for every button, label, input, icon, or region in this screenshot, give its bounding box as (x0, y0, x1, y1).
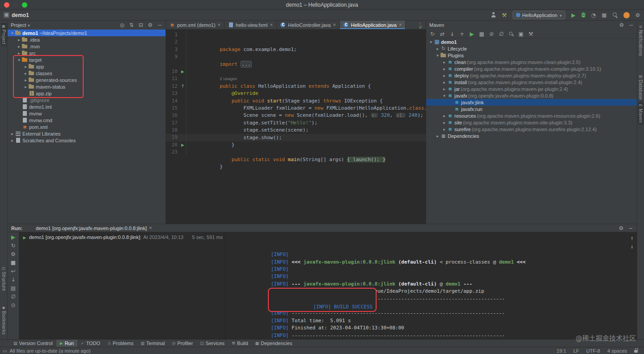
maven-tree-item[interactable]: javafx (org.openjfx:javafx-maven-plugin:… (426, 92, 637, 99)
run-node[interactable]: demo1 [org.openjfx:javafx-maven-plugin:0… (22, 235, 223, 240)
expand-all-icon[interactable]: ▣ (518, 31, 524, 37)
run-tab[interactable]: demo1 [org.openjfx:javafx-maven-plugin:0… (27, 225, 152, 231)
clear-console-icon[interactable]: ∅ (11, 294, 16, 299)
indent-widget[interactable]: 4 spaces (607, 348, 627, 354)
download-sources-icon[interactable]: ↓ (449, 31, 455, 37)
gutter-cell[interactable] (179, 119, 186, 127)
maven-tree-item[interactable]: jar (org.apache.maven.plugins:maven-jar-… (426, 85, 637, 92)
settings-gear-icon[interactable]: ⚙ (619, 22, 624, 28)
user-account-icon[interactable] (491, 12, 496, 18)
code-line[interactable]: 12 public void start(Stage stage) throws… (166, 83, 426, 90)
settings-gear-icon[interactable]: ⚙ (619, 226, 624, 231)
editor-tab[interactable]: hello-view.fxml (225, 21, 277, 29)
avatar[interactable] (623, 12, 630, 18)
stop-button-icon[interactable] (602, 13, 607, 18)
code-editor[interactable]: 1 package com.example.demo1; 2 3 (166, 30, 426, 224)
project-tree-item[interactable]: .idea (8, 36, 165, 43)
profiler-button-icon[interactable] (591, 13, 596, 18)
settings-gear-icon[interactable]: ⚙ (148, 22, 153, 28)
search-maven-icon[interactable] (508, 31, 514, 37)
maven-tree-item[interactable]: javafx:run (426, 106, 637, 112)
toolwindow-button[interactable]: ◷ Profiler (169, 340, 197, 347)
toolwindow-button[interactable]: ▶ Run (56, 340, 77, 347)
locate-file-icon[interactable]: ◎ (119, 22, 125, 28)
collapse-all-icon[interactable]: ⊟ (138, 22, 144, 28)
tree-expand-icon[interactable] (428, 40, 433, 44)
toolwindow-button[interactable]: ◫ Services (196, 340, 228, 347)
ide-settings-icon[interactable] (635, 13, 640, 18)
gutter-cell[interactable] (179, 127, 186, 134)
tree-expand-icon[interactable] (442, 114, 447, 118)
search-icon[interactable] (612, 12, 618, 18)
project-tree-item[interactable]: target (8, 56, 165, 63)
hide-panel-icon[interactable]: − (628, 22, 634, 28)
tree-expand-icon[interactable] (10, 138, 15, 143)
toolwindow-stripe-button[interactable]: ◫ Structure (1, 265, 7, 293)
gutter-cell[interactable] (179, 38, 186, 46)
tree-expand-icon[interactable] (23, 64, 28, 69)
editor-tab[interactable]: HelloController.java (277, 21, 340, 29)
project-tree-item[interactable]: generated-sources (8, 77, 165, 83)
tab-close-icon[interactable] (399, 22, 402, 27)
maven-tree-item[interactable]: Lifecycle (426, 45, 637, 52)
project-tree-item[interactable]: Scratches and Consoles (8, 137, 165, 144)
tree-expand-icon[interactable] (442, 67, 447, 71)
lock-icon[interactable] (634, 350, 638, 353)
code-line[interactable]: 23 } (166, 149, 426, 156)
gutter-cell[interactable] (179, 112, 186, 119)
tree-expand-icon[interactable] (10, 31, 15, 35)
tree-expand-icon[interactable] (442, 60, 447, 64)
tab-close-icon[interactable] (149, 226, 152, 230)
maven-tree-item[interactable]: compiler (org.apache.maven.plugins:maven… (426, 65, 637, 72)
editor-tab[interactable]: HelloApplication.java (340, 21, 406, 29)
tree-expand-icon[interactable] (442, 94, 447, 98)
rerun-failed-icon[interactable]: ↻ (11, 243, 16, 248)
run-maven-build-icon[interactable]: ▶ (469, 31, 475, 37)
project-tree-item[interactable]: External Libraries (8, 130, 165, 137)
tab-close-icon[interactable] (270, 22, 273, 27)
build-hammer-icon[interactable] (502, 13, 507, 18)
tree-expand-icon[interactable] (17, 38, 21, 42)
project-chip[interactable]: demo1 (4, 12, 29, 18)
toolwindow-button[interactable]: ▥ Terminal (137, 340, 169, 347)
gutter-cell[interactable] (179, 149, 186, 156)
gutter-cell[interactable] (179, 75, 186, 82)
rerun-icon[interactable]: ▶ (11, 235, 16, 240)
tree-expand-icon[interactable] (435, 47, 440, 51)
gutter-cell[interactable] (179, 61, 186, 68)
project-tree-item[interactable]: pom.xml (8, 124, 165, 130)
project-tree-item[interactable]: .mvn (8, 43, 165, 50)
scroll-to-bottom-icon[interactable]: ↓ (629, 245, 635, 249)
project-tree-item[interactable]: mvnw.cmd (8, 117, 165, 124)
hide-panel-icon[interactable]: − (157, 22, 162, 28)
generate-sources-icon[interactable]: ⇄ (440, 31, 445, 37)
code-line[interactable]: 19 (166, 134, 426, 141)
gutter-cell[interactable] (179, 134, 186, 141)
gutter-cell[interactable] (179, 46, 186, 53)
screen-icon[interactable] (3, 348, 7, 354)
code-line[interactable]: 10 public class HelloApplication extends… (166, 68, 426, 75)
tree-expand-icon[interactable] (23, 85, 28, 89)
gutter-cell[interactable] (179, 31, 186, 38)
inspections-ok-icon[interactable] (419, 24, 423, 30)
toolwindow-stripe-button[interactable]: ◎ Notifications (638, 23, 644, 58)
code-line[interactable]: 14 Scene scene = new Scene(fxmlLoader.lo… (166, 98, 426, 105)
print-console-icon[interactable]: ▤ (11, 286, 16, 291)
tree-expand-icon[interactable] (442, 73, 447, 78)
override-gutter-icon[interactable] (179, 83, 186, 90)
tree-expand-icon[interactable] (442, 80, 447, 85)
encoding-widget[interactable]: UTF-8 (586, 348, 600, 354)
tree-expand-icon[interactable] (10, 132, 15, 136)
tree-expand-icon[interactable] (442, 120, 447, 125)
project-tree-item[interactable]: .gitignore (8, 97, 165, 103)
toolwindow-button[interactable]: ⚠ Problems (104, 340, 137, 347)
toolwindow-button[interactable]: ✓ TODO (77, 340, 104, 347)
tab-close-icon[interactable] (333, 22, 335, 27)
editor-tab[interactable]: pom.xml (demo1) (166, 21, 225, 29)
code-line[interactable]: 13 FXMLLoader fxmlLoader = new FXMLLoade… (166, 90, 426, 97)
pin-tab-icon[interactable]: ⊙ (11, 303, 16, 308)
project-tree-item[interactable]: app (8, 63, 165, 70)
run-gutter-icon[interactable] (179, 141, 186, 149)
project-tree-item[interactable]: mvnw (8, 110, 165, 117)
tree-expand-icon[interactable] (17, 58, 21, 62)
